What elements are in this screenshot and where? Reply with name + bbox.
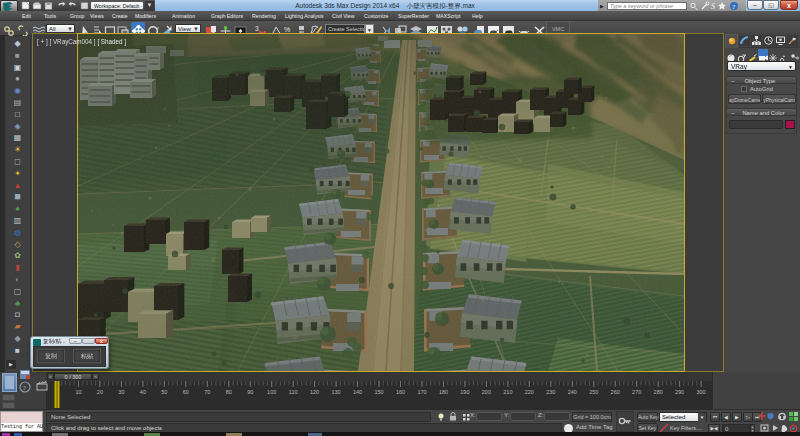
svg-text:3: 3 bbox=[255, 25, 259, 32]
svg-text:?: ? bbox=[23, 384, 26, 392]
svg-text:170: 170 bbox=[417, 389, 426, 395]
svg-text:180: 180 bbox=[439, 389, 448, 395]
svg-text:80: 80 bbox=[226, 389, 232, 395]
svg-text:20: 20 bbox=[97, 389, 103, 395]
svg-text:120: 120 bbox=[310, 389, 319, 395]
svg-text:10: 10 bbox=[75, 389, 81, 395]
svg-text:100: 100 bbox=[267, 389, 276, 395]
svg-text:110: 110 bbox=[289, 389, 298, 395]
svg-text:260: 260 bbox=[611, 389, 620, 395]
svg-text:S: S bbox=[711, 2, 715, 11]
svg-text:220: 220 bbox=[525, 389, 534, 395]
svg-text:40: 40 bbox=[140, 389, 146, 395]
svg-text:240: 240 bbox=[568, 389, 577, 395]
svg-text:%: % bbox=[284, 26, 290, 33]
svg-text:190: 190 bbox=[460, 389, 469, 395]
svg-text:140: 140 bbox=[353, 389, 362, 395]
svg-text:30: 30 bbox=[118, 389, 124, 395]
svg-text:270: 270 bbox=[632, 389, 641, 395]
svg-text:280: 280 bbox=[654, 389, 663, 395]
svg-text:300: 300 bbox=[697, 389, 706, 395]
svg-text:210: 210 bbox=[503, 389, 512, 395]
svg-text:160: 160 bbox=[396, 389, 405, 395]
svg-text:200: 200 bbox=[482, 389, 491, 395]
svg-text:?: ? bbox=[732, 3, 735, 11]
svg-text:130: 130 bbox=[332, 389, 341, 395]
svg-text:230: 230 bbox=[546, 389, 555, 395]
svg-text:70: 70 bbox=[204, 389, 210, 395]
svg-text:50: 50 bbox=[161, 389, 167, 395]
svg-text:150: 150 bbox=[374, 389, 383, 395]
svg-text:250: 250 bbox=[589, 389, 598, 395]
svg-text:90: 90 bbox=[247, 389, 253, 395]
svg-text:290: 290 bbox=[675, 389, 684, 395]
svg-text:60: 60 bbox=[183, 389, 189, 395]
